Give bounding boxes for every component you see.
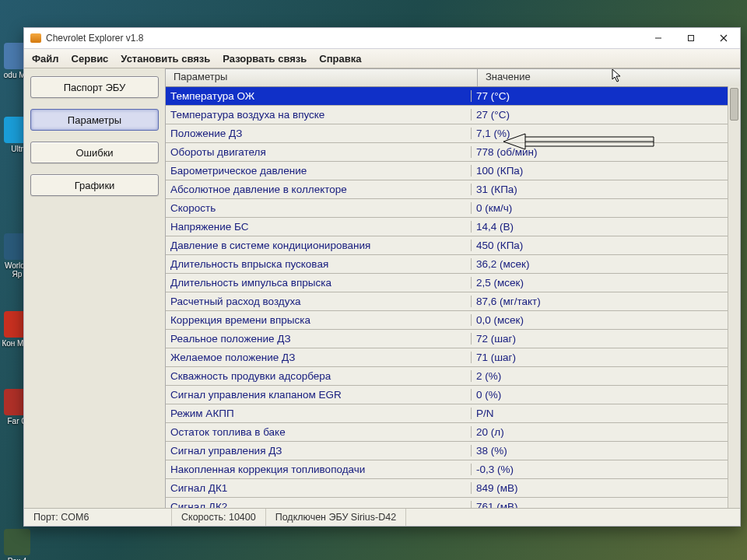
table-row[interactable]: Желаемое положение ДЗ71 (шаг) xyxy=(166,348,740,367)
desktop-icon[interactable]: Рок 4 xyxy=(2,529,33,560)
menu-connect[interactable]: Установить связь xyxy=(121,53,210,65)
data-pane: Параметры Значение Температура ОЖ77 (°C)… xyxy=(165,68,740,508)
status-port: Порт: COM6 xyxy=(24,509,172,526)
param-name: Сигнал ДК2 xyxy=(166,501,472,508)
param-name: Барометрическое давление xyxy=(166,165,472,177)
nav-errors-button[interactable]: Ошибки xyxy=(30,142,159,163)
param-value: 72 (шаг) xyxy=(472,333,740,345)
param-value: 20 (л) xyxy=(472,426,740,438)
param-value: 2 (%) xyxy=(472,370,740,382)
desktop-background: odu MA Ultr World - Яр Кон Мен Far С Рок… xyxy=(0,0,747,560)
vertical-scrollbar[interactable] xyxy=(728,86,740,508)
table-row[interactable]: Положение ДЗ7,1 (%) xyxy=(166,124,740,143)
scrollbar-thumb[interactable] xyxy=(730,88,738,121)
table-row[interactable]: Давление в системе кондиционирования450 … xyxy=(166,236,740,255)
table-row[interactable]: Реальное положение ДЗ72 (шаг) xyxy=(166,330,740,348)
table-row[interactable]: Температура ОЖ77 (°C) xyxy=(166,87,740,106)
status-speed: Скорость: 10400 xyxy=(172,509,266,526)
param-value: 778 (об/мин) xyxy=(472,146,740,158)
table-row[interactable]: Расчетный расход воздуха87,6 (мг/такт) xyxy=(166,292,740,311)
param-value: 0 (%) xyxy=(472,389,740,401)
param-name: Накопленная коррекция топливоподачи xyxy=(166,464,472,475)
table-row[interactable]: Барометрическое давление100 (КПа) xyxy=(166,162,740,180)
menu-disconnect[interactable]: Разорвать связь xyxy=(223,53,307,65)
param-name: Скважность продувки адсорбера xyxy=(166,370,472,382)
table-row[interactable]: Сигнал управления ДЗ38 (%) xyxy=(166,442,740,460)
param-value: 7,1 (%) xyxy=(472,128,740,139)
param-name: Сигнал ДК1 xyxy=(166,482,472,494)
titlebar[interactable]: Chevrolet Explorer v1.8 xyxy=(24,28,740,49)
param-value: 0,0 (мсек) xyxy=(472,314,740,326)
param-value: 761 (мВ) xyxy=(472,501,740,508)
param-name: Желаемое положение ДЗ xyxy=(166,352,472,363)
param-value: 31 (КПа) xyxy=(472,184,740,195)
menu-file[interactable]: Файл xyxy=(32,53,59,65)
nav-pane: Паспорт ЭБУ Параметры Ошибки Графики xyxy=(24,68,165,508)
param-name: Режим АКПП xyxy=(166,408,472,419)
param-value: P/N xyxy=(472,408,740,419)
table-row[interactable]: Скорость0 (км/ч) xyxy=(166,199,740,218)
grid-header: Параметры Значение xyxy=(166,69,740,87)
nav-graphs-button[interactable]: Графики xyxy=(30,174,159,196)
close-button[interactable] xyxy=(707,28,740,48)
param-name: Скорость xyxy=(166,202,472,214)
menubar: Файл Сервис Установить связь Разорвать с… xyxy=(24,49,740,68)
table-row[interactable]: Остаток топлива в баке20 (л) xyxy=(166,423,740,442)
param-name: Длительность импульса впрыска xyxy=(166,277,472,289)
param-value: 14,4 (В) xyxy=(472,221,740,233)
table-row[interactable]: Температура воздуха на впуске27 (°C) xyxy=(166,106,740,124)
table-row[interactable]: Сигнал ДК2761 (мВ) xyxy=(166,498,740,508)
param-name: Температура воздуха на впуске xyxy=(166,109,472,121)
param-value: -0,3 (%) xyxy=(472,464,740,475)
param-name: Остаток топлива в баке xyxy=(166,426,472,438)
param-name: Коррекция времени впрыска xyxy=(166,314,472,326)
app-title: Chevrolet Explorer v1.8 xyxy=(46,33,143,44)
menu-service[interactable]: Сервис xyxy=(72,53,109,65)
table-row[interactable]: Накопленная коррекция топливоподачи-0,3 … xyxy=(166,460,740,479)
param-name: Сигнал управления клапаном EGR xyxy=(166,389,472,401)
table-row[interactable]: Длительность впрыска пусковая36,2 (мсек) xyxy=(166,255,740,274)
param-value: 27 (°C) xyxy=(472,109,740,121)
param-value: 450 (КПа) xyxy=(472,240,740,251)
table-row[interactable]: Коррекция времени впрыска0,0 (мсек) xyxy=(166,311,740,330)
statusbar: Порт: COM6 Скорость: 10400 Подключен ЭБУ… xyxy=(24,508,740,526)
param-value: 71 (шаг) xyxy=(472,352,740,363)
nav-passport-button[interactable]: Паспорт ЭБУ xyxy=(30,76,159,98)
app-icon xyxy=(30,33,41,43)
param-name: Положение ДЗ xyxy=(166,128,472,139)
table-row[interactable]: Напряжение БС14,4 (В) xyxy=(166,218,740,236)
param-name: Сигнал управления ДЗ xyxy=(166,445,472,457)
param-name: Абсолютное давление в коллекторе xyxy=(166,184,472,195)
param-name: Реальное положение ДЗ xyxy=(166,333,472,345)
param-name: Длительность впрыска пусковая xyxy=(166,258,472,270)
table-row[interactable]: Скважность продувки адсорбера2 (%) xyxy=(166,367,740,386)
param-name: Напряжение БС xyxy=(166,221,472,233)
table-row[interactable]: Обороты двигателя778 (об/мин) xyxy=(166,143,740,162)
param-value: 849 (мВ) xyxy=(472,482,740,494)
table-row[interactable]: Сигнал ДК1849 (мВ) xyxy=(166,479,740,498)
nav-params-button[interactable]: Параметры xyxy=(30,109,159,131)
table-row[interactable]: Сигнал управления клапаном EGR0 (%) xyxy=(166,386,740,404)
grid-body[interactable]: Температура ОЖ77 (°C)Температура воздуха… xyxy=(166,87,740,508)
param-value: 2,5 (мсек) xyxy=(472,277,740,289)
menu-help[interactable]: Справка xyxy=(319,53,361,65)
param-value: 100 (КПа) xyxy=(472,165,740,177)
table-row[interactable]: Длительность импульса впрыска2,5 (мсек) xyxy=(166,274,740,292)
param-value: 77 (°C) xyxy=(472,90,740,102)
col-header-value[interactable]: Значение xyxy=(478,69,740,86)
col-header-param[interactable]: Параметры xyxy=(166,69,478,86)
table-row[interactable]: Режим АКППP/N xyxy=(166,404,740,423)
status-connection: Подключен ЭБУ Sirius-D42 xyxy=(266,509,406,526)
minimize-button[interactable] xyxy=(642,28,675,48)
param-value: 87,6 (мг/такт) xyxy=(472,296,740,307)
param-name: Температура ОЖ xyxy=(166,90,472,102)
app-window: Chevrolet Explorer v1.8 Файл Сервис Уста… xyxy=(23,27,741,527)
param-name: Давление в системе кондиционирования xyxy=(166,240,472,251)
param-value: 36,2 (мсек) xyxy=(472,258,740,270)
svg-rect-1 xyxy=(689,36,694,41)
maximize-button[interactable] xyxy=(675,28,707,48)
table-row[interactable]: Абсолютное давление в коллекторе31 (КПа) xyxy=(166,180,740,199)
param-name: Расчетный расход воздуха xyxy=(166,296,472,307)
param-name: Обороты двигателя xyxy=(166,146,472,158)
param-value: 38 (%) xyxy=(472,445,740,457)
